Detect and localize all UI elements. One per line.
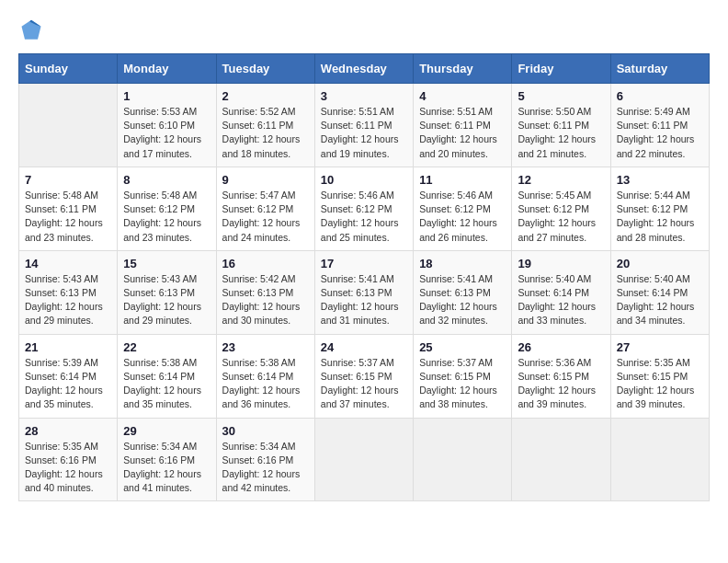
day-info: Sunrise: 5:36 AMSunset: 6:15 PMDaylight:…	[518, 356, 604, 412]
day-number: 24	[321, 340, 407, 354]
calendar-cell: 8Sunrise: 5:48 AMSunset: 6:12 PMDaylight…	[118, 167, 216, 250]
col-header-monday: Monday	[118, 54, 216, 84]
day-number: 27	[617, 340, 703, 354]
day-number: 20	[617, 257, 703, 270]
calendar-cell: 24Sunrise: 5:37 AMSunset: 6:15 PMDayligh…	[314, 334, 413, 418]
calendar-cell: 9Sunrise: 5:47 AMSunset: 6:12 PMDaylight…	[216, 167, 314, 250]
day-number: 14	[25, 257, 111, 270]
calendar-cell: 18Sunrise: 5:41 AMSunset: 6:13 PMDayligh…	[414, 250, 512, 334]
day-number: 23	[222, 340, 309, 354]
col-header-wednesday: Wednesday	[314, 54, 413, 84]
day-info: Sunrise: 5:44 AMSunset: 6:12 PMDaylight:…	[617, 189, 703, 245]
day-number: 8	[123, 173, 210, 187]
calendar-cell: 16Sunrise: 5:42 AMSunset: 6:13 PMDayligh…	[216, 250, 314, 334]
calendar-cell: 27Sunrise: 5:35 AMSunset: 6:15 PMDayligh…	[610, 334, 709, 418]
day-info: Sunrise: 5:38 AMSunset: 6:14 PMDaylight:…	[123, 356, 210, 412]
calendar-cell: 29Sunrise: 5:34 AMSunset: 6:16 PMDayligh…	[118, 418, 216, 501]
calendar-cell: 17Sunrise: 5:41 AMSunset: 6:13 PMDayligh…	[314, 250, 413, 334]
calendar-week-row: 7Sunrise: 5:48 AMSunset: 6:11 PMDaylight…	[19, 167, 710, 250]
calendar-cell: 15Sunrise: 5:43 AMSunset: 6:13 PMDayligh…	[118, 250, 216, 334]
day-number: 22	[123, 340, 210, 354]
calendar-cell: 20Sunrise: 5:40 AMSunset: 6:14 PMDayligh…	[610, 250, 709, 334]
day-number: 3	[321, 89, 407, 103]
day-info: Sunrise: 5:42 AMSunset: 6:13 PMDaylight:…	[222, 272, 309, 328]
calendar-cell: 13Sunrise: 5:44 AMSunset: 6:12 PMDayligh…	[610, 167, 709, 250]
calendar-cell: 14Sunrise: 5:43 AMSunset: 6:13 PMDayligh…	[19, 250, 118, 334]
day-number: 28	[25, 424, 111, 438]
day-number: 26	[518, 340, 604, 354]
day-number: 6	[617, 89, 703, 103]
calendar-week-row: 14Sunrise: 5:43 AMSunset: 6:13 PMDayligh…	[19, 250, 710, 334]
day-number: 25	[419, 340, 506, 354]
day-info: Sunrise: 5:51 AMSunset: 6:11 PMDaylight:…	[419, 105, 506, 161]
day-info: Sunrise: 5:40 AMSunset: 6:14 PMDaylight:…	[617, 272, 703, 328]
day-info: Sunrise: 5:35 AMSunset: 6:16 PMDaylight:…	[25, 440, 111, 496]
day-number: 9	[222, 173, 309, 187]
day-number: 15	[123, 257, 210, 270]
day-info: Sunrise: 5:41 AMSunset: 6:13 PMDaylight:…	[321, 272, 407, 328]
day-info: Sunrise: 5:46 AMSunset: 6:12 PMDaylight:…	[419, 189, 506, 245]
day-info: Sunrise: 5:47 AMSunset: 6:12 PMDaylight:…	[222, 189, 309, 245]
day-info: Sunrise: 5:50 AMSunset: 6:11 PMDaylight:…	[518, 105, 604, 161]
calendar-cell	[512, 418, 610, 501]
day-number: 2	[222, 89, 309, 103]
calendar-cell: 28Sunrise: 5:35 AMSunset: 6:16 PMDayligh…	[19, 418, 118, 501]
day-number: 7	[25, 173, 111, 187]
day-info: Sunrise: 5:48 AMSunset: 6:12 PMDaylight:…	[123, 189, 210, 245]
logo	[18, 18, 48, 44]
calendar-cell: 1Sunrise: 5:53 AMSunset: 6:10 PMDaylight…	[118, 84, 216, 167]
day-info: Sunrise: 5:35 AMSunset: 6:15 PMDaylight:…	[617, 356, 703, 412]
calendar-cell: 19Sunrise: 5:40 AMSunset: 6:14 PMDayligh…	[512, 250, 610, 334]
day-info: Sunrise: 5:39 AMSunset: 6:14 PMDaylight:…	[25, 356, 111, 412]
day-info: Sunrise: 5:34 AMSunset: 6:16 PMDaylight:…	[123, 440, 210, 496]
day-number: 12	[518, 173, 604, 187]
calendar-cell	[314, 418, 413, 501]
col-header-friday: Friday	[512, 54, 610, 84]
day-number: 11	[419, 173, 506, 187]
calendar-cell: 3Sunrise: 5:51 AMSunset: 6:11 PMDaylight…	[314, 84, 413, 167]
day-info: Sunrise: 5:53 AMSunset: 6:10 PMDaylight:…	[123, 105, 210, 161]
day-info: Sunrise: 5:48 AMSunset: 6:11 PMDaylight:…	[25, 189, 111, 245]
calendar-table: SundayMondayTuesdayWednesdayThursdayFrid…	[18, 53, 710, 501]
calendar-cell: 21Sunrise: 5:39 AMSunset: 6:14 PMDayligh…	[19, 334, 118, 418]
day-number: 18	[419, 257, 506, 270]
calendar-header-row: SundayMondayTuesdayWednesdayThursdayFrid…	[19, 54, 710, 84]
page-header	[18, 18, 710, 44]
calendar-cell	[610, 418, 709, 501]
day-info: Sunrise: 5:46 AMSunset: 6:12 PMDaylight:…	[321, 189, 407, 245]
calendar-cell: 12Sunrise: 5:45 AMSunset: 6:12 PMDayligh…	[512, 167, 610, 250]
logo-icon	[18, 18, 44, 44]
day-info: Sunrise: 5:52 AMSunset: 6:11 PMDaylight:…	[222, 105, 309, 161]
col-header-sunday: Sunday	[19, 54, 118, 84]
day-info: Sunrise: 5:43 AMSunset: 6:13 PMDaylight:…	[25, 272, 111, 328]
svg-marker-0	[22, 20, 41, 40]
col-header-thursday: Thursday	[414, 54, 512, 84]
calendar-cell: 5Sunrise: 5:50 AMSunset: 6:11 PMDaylight…	[512, 84, 610, 167]
day-number: 4	[419, 89, 506, 103]
day-info: Sunrise: 5:49 AMSunset: 6:11 PMDaylight:…	[617, 105, 703, 161]
day-info: Sunrise: 5:38 AMSunset: 6:14 PMDaylight:…	[222, 356, 309, 412]
day-number: 10	[321, 173, 407, 187]
calendar-week-row: 21Sunrise: 5:39 AMSunset: 6:14 PMDayligh…	[19, 334, 710, 418]
day-number: 17	[321, 257, 407, 270]
day-number: 21	[25, 340, 111, 354]
day-info: Sunrise: 5:37 AMSunset: 6:15 PMDaylight:…	[419, 356, 506, 412]
calendar-cell: 11Sunrise: 5:46 AMSunset: 6:12 PMDayligh…	[414, 167, 512, 250]
day-number: 1	[123, 89, 210, 103]
calendar-week-row: 1Sunrise: 5:53 AMSunset: 6:10 PMDaylight…	[19, 84, 710, 167]
calendar-cell: 7Sunrise: 5:48 AMSunset: 6:11 PMDaylight…	[19, 167, 118, 250]
day-info: Sunrise: 5:45 AMSunset: 6:12 PMDaylight:…	[518, 189, 604, 245]
day-info: Sunrise: 5:37 AMSunset: 6:15 PMDaylight:…	[321, 356, 407, 412]
calendar-cell: 6Sunrise: 5:49 AMSunset: 6:11 PMDaylight…	[610, 84, 709, 167]
day-info: Sunrise: 5:40 AMSunset: 6:14 PMDaylight:…	[518, 272, 604, 328]
calendar-cell: 2Sunrise: 5:52 AMSunset: 6:11 PMDaylight…	[216, 84, 314, 167]
day-number: 19	[518, 257, 604, 270]
calendar-cell	[19, 84, 118, 167]
day-number: 16	[222, 257, 309, 270]
calendar-week-row: 28Sunrise: 5:35 AMSunset: 6:16 PMDayligh…	[19, 418, 710, 501]
day-info: Sunrise: 5:43 AMSunset: 6:13 PMDaylight:…	[123, 272, 210, 328]
day-info: Sunrise: 5:34 AMSunset: 6:16 PMDaylight:…	[222, 440, 309, 496]
day-number: 13	[617, 173, 703, 187]
calendar-cell: 10Sunrise: 5:46 AMSunset: 6:12 PMDayligh…	[314, 167, 413, 250]
day-number: 29	[123, 424, 210, 438]
